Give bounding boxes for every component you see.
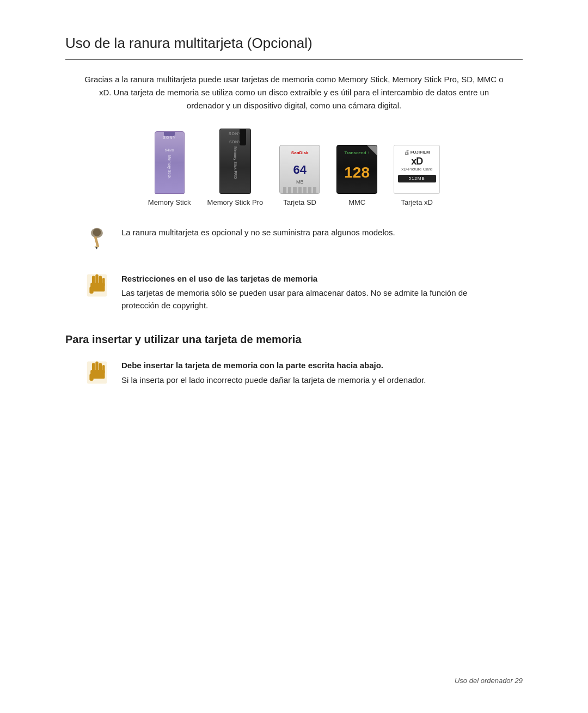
svg-rect-2	[94, 236, 99, 247]
warning-title: Restricciones en el uso de las tarjetas …	[121, 273, 506, 285]
warning-content: Restricciones en el uso de las tarjetas …	[121, 271, 506, 312]
insert-text: Si la inserta por el lado incorrecto pue…	[121, 375, 426, 385]
note-text: La ranura multitarjeta es opcional y no …	[121, 224, 395, 239]
note-box: La ranura multitarjeta es opcional y no …	[82, 224, 506, 254]
memory-stick-pro-image: SONY Memory Stick PRO	[219, 129, 251, 194]
xd-card-image: 🖨 FUJIFILM xD xD-Picture Card 512MB	[394, 145, 440, 194]
svg-rect-11	[89, 287, 93, 294]
mmc-label: MMC	[348, 197, 365, 208]
svg-marker-4	[95, 247, 97, 249]
sd-card-item: 64 MB Tarjeta SD	[279, 145, 320, 208]
svg-rect-18	[89, 374, 93, 381]
sd-card-image: 64 MB	[279, 145, 320, 194]
xd-card-item: 🖨 FUJIFILM xD xD-Picture Card 512MB Tarj…	[394, 145, 440, 208]
memory-stick-image: 64MB Memory Stick	[155, 131, 185, 194]
xd-card-label: Tarjeta xD	[401, 197, 433, 208]
memory-stick-label: Memory Stick	[148, 197, 191, 208]
memory-stick-pro-label: Memory Stick Pro	[207, 197, 264, 208]
warning-box: Restricciones en el uso de las tarjetas …	[82, 271, 506, 312]
memory-stick-pro-item: SONY Memory Stick PRO Memory Stick Pro	[207, 129, 264, 208]
sd-card-label: Tarjeta SD	[283, 197, 316, 208]
insert-content: Debe insertar la tarjeta de memoria con …	[121, 357, 426, 386]
intro-text: Gracias a la ranura multitarjeta puede u…	[82, 73, 506, 112]
cards-row: 64MB Memory Stick Memory Stick SONY Memo…	[65, 129, 523, 208]
footer: Uso del ordenador 29	[455, 675, 523, 686]
section-title: Para insertar y utilizar una tarjeta de …	[65, 331, 523, 348]
warning-icon	[82, 271, 112, 301]
insert-box: Debe insertar la tarjeta de memoria con …	[82, 357, 506, 387]
warning-text: Las tarjetas de memoria sólo se pueden u…	[121, 288, 467, 310]
page-title: Uso de la ranura multitarjeta (Opcional)	[65, 33, 523, 54]
svg-point-1	[93, 228, 101, 236]
title-divider	[65, 59, 523, 60]
insert-icon	[82, 357, 112, 387]
insert-title: Debe insertar la tarjeta de memoria con …	[121, 359, 426, 372]
memory-stick-item: 64MB Memory Stick Memory Stick	[148, 131, 191, 208]
mmc-image: Transcend ↑ 128	[336, 145, 377, 194]
mmc-item: Transcend ↑ 128 MMC	[336, 145, 377, 208]
note-icon	[82, 224, 112, 254]
